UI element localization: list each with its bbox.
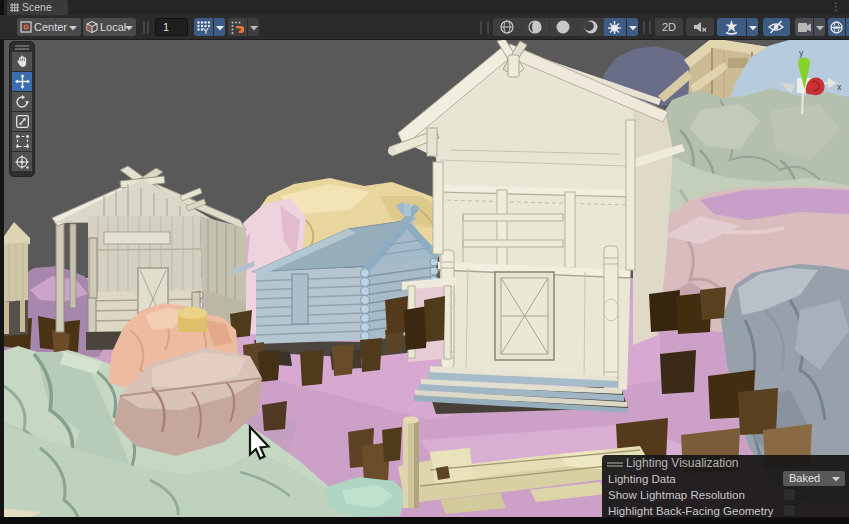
svg-text:Y: Y <box>203 26 209 34</box>
svg-text:x: x <box>837 82 842 92</box>
svg-text:y: y <box>799 48 804 58</box>
